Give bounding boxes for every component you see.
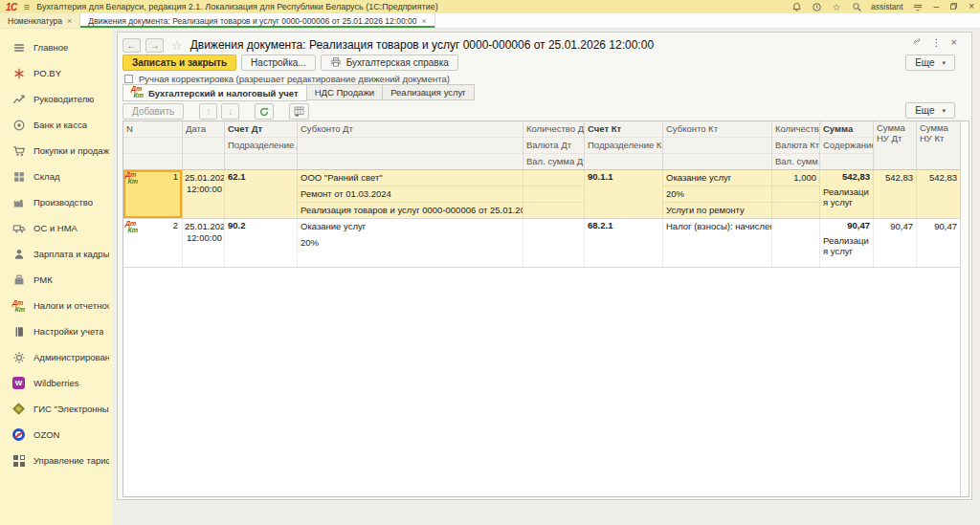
tariff-grid-icon bbox=[11, 453, 26, 468]
move-up-button[interactable]: ↑ bbox=[199, 103, 217, 120]
minimize-icon[interactable]: – bbox=[934, 2, 940, 11]
star-icon[interactable]: ☆ bbox=[831, 1, 842, 12]
service-menu-icon[interactable] bbox=[912, 1, 924, 12]
column-header-n: N bbox=[123, 121, 183, 169]
sidebar-item-11[interactable]: Настройки учета bbox=[0, 318, 113, 344]
cell-qty_dt[interactable] bbox=[523, 170, 585, 218]
cell-subkonto_kt[interactable]: Налог (взносы): начислено / уп... bbox=[663, 219, 772, 267]
cell-n[interactable]: ДтКт2 bbox=[123, 219, 183, 267]
search-icon[interactable] bbox=[851, 1, 862, 12]
cell-summa[interactable]: 542,83Реализация услуг bbox=[820, 170, 874, 218]
column-header-summa: СуммаСодержание bbox=[820, 121, 874, 169]
cell-schet_kt[interactable]: 90.1.1 bbox=[585, 170, 663, 218]
cell-schet_kt[interactable]: 68.2.1 bbox=[585, 219, 663, 267]
cell-schet_dt[interactable]: 62.1 bbox=[225, 170, 298, 218]
app-logo: 1С bbox=[6, 2, 17, 12]
form-tab-2[interactable]: Реализация услуг bbox=[383, 84, 475, 100]
cell-n[interactable]: ДтКт1 bbox=[123, 170, 183, 218]
add-button[interactable]: Добавить bbox=[122, 103, 184, 120]
save-and-close-button[interactable]: Записать и закрыть bbox=[122, 55, 236, 71]
sidebar: ГлавноеPO.BYРуководителюБанк и кассаПоку… bbox=[0, 29, 113, 525]
user-label[interactable]: assistant bbox=[871, 2, 903, 11]
cash-register-icon bbox=[11, 273, 26, 287]
bell-icon[interactable] bbox=[791, 1, 802, 12]
column-header-subkonto_dt: Субконто Дт bbox=[298, 121, 523, 169]
move-down-button[interactable]: ↓ bbox=[221, 103, 239, 120]
cell-qty_dt[interactable] bbox=[523, 219, 585, 267]
cell-nu_dt[interactable]: 542,83 bbox=[874, 170, 917, 218]
link-icon[interactable] bbox=[911, 35, 923, 49]
column-header-schet_kt: Счет КтПодразделение Кт bbox=[585, 121, 663, 169]
window-title: Бухгалтерия для Беларуси, редакция 2.1. … bbox=[36, 2, 437, 11]
tab-close-icon[interactable]: × bbox=[421, 16, 426, 26]
settings-button[interactable]: Настройка... bbox=[241, 55, 316, 71]
sidebar-item-label: Покупки и продажи bbox=[33, 145, 109, 156]
more-table-button[interactable]: Еще bbox=[905, 102, 955, 119]
main-menu-icon[interactable]: ≡ bbox=[24, 2, 30, 11]
vertical-scrollbar[interactable] bbox=[960, 121, 969, 496]
accounting-reference-button[interactable]: Бухгалтерская справка bbox=[321, 55, 458, 71]
sidebar-item-15[interactable]: OZON bbox=[0, 422, 113, 448]
cell-qty_kt[interactable]: 1,000 bbox=[772, 170, 820, 218]
table-row-2[interactable]: ДтКт225.01.202612:00:0090.2Оказание услу… bbox=[123, 219, 969, 268]
favorite-star-icon[interactable]: ☆ bbox=[171, 38, 183, 53]
window-tab-1[interactable]: Движения документа: Реализация товаров и… bbox=[80, 13, 434, 28]
cell-subkonto_kt[interactable]: Оказание услуг20%Услуги по ремонту bbox=[663, 170, 772, 218]
sidebar-item-label: Главное bbox=[33, 42, 68, 53]
cell-nu_dt[interactable]: 90,47 bbox=[874, 219, 917, 267]
cell-nu_kt[interactable]: 542,83 bbox=[917, 170, 961, 218]
cell-nu_kt[interactable]: 90,47 bbox=[917, 219, 961, 267]
sidebar-item-label: Налоги и отчетность bbox=[33, 300, 109, 311]
cell-date[interactable]: 25.01.202612:00:00 bbox=[183, 170, 225, 218]
sidebar-item-label: ГИС "Электронный знак" bbox=[33, 404, 109, 414]
tab-close-icon[interactable]: × bbox=[67, 16, 72, 26]
form-tab-0[interactable]: ДтКтБухгалтерский и налоговый учет bbox=[122, 84, 307, 101]
sidebar-item-16[interactable]: Управление тарифом bbox=[0, 448, 113, 473]
form-header: ← → ☆ Движения документа: Реализация тов… bbox=[122, 36, 654, 54]
dtkt-icon: ДтКт bbox=[125, 221, 138, 234]
cell-subkonto_dt[interactable]: ООО "Ранний свет"Ремонт от 01.03.2024Реа… bbox=[298, 170, 523, 218]
sidebar-item-3[interactable]: Банк и касса bbox=[0, 112, 113, 138]
sidebar-item-label: РМК bbox=[33, 274, 53, 285]
window-tab-0[interactable]: Номенклатура× bbox=[0, 13, 80, 28]
sidebar-item-10[interactable]: ДтКтНалоги и отчетность bbox=[0, 293, 113, 318]
gis-diamond-icon bbox=[11, 402, 26, 416]
sidebar-item-label: OZON bbox=[33, 429, 59, 440]
more-top-button[interactable]: Еще bbox=[905, 55, 955, 71]
back-button[interactable]: ← bbox=[122, 38, 141, 53]
cart-icon bbox=[11, 143, 26, 158]
sidebar-item-1[interactable]: PO.BY bbox=[0, 60, 113, 86]
sidebar-item-13[interactable]: WWildberries bbox=[0, 370, 113, 396]
sidebar-item-14[interactable]: ГИС "Электронный знак" bbox=[0, 396, 113, 422]
forward-button[interactable]: → bbox=[145, 38, 164, 53]
history-icon[interactable] bbox=[811, 1, 822, 12]
sidebar-item-label: Администрирование bbox=[33, 352, 109, 362]
form-tab-1[interactable]: НДС Продажи bbox=[307, 84, 383, 100]
sidebar-item-7[interactable]: ОС и НМА bbox=[0, 215, 113, 241]
cell-subkonto_dt[interactable]: Оказание услуг20% bbox=[298, 219, 523, 267]
output-list-button[interactable] bbox=[289, 103, 309, 120]
sidebar-item-0[interactable]: Главное bbox=[0, 34, 113, 60]
form-tabs: ДтКтБухгалтерский и налоговый учетНДС Пр… bbox=[122, 84, 475, 100]
manual-adjustment-checkbox[interactable] bbox=[124, 75, 133, 83]
close-icon[interactable]: × bbox=[969, 2, 974, 11]
restore-icon[interactable] bbox=[949, 2, 958, 12]
column-header-nu_dt: Сумма НУ Дт bbox=[874, 121, 917, 169]
table-row-1[interactable]: ДтКт125.01.202612:00:0062.1ООО "Ранний с… bbox=[123, 170, 969, 219]
sidebar-item-12[interactable]: Администрирование bbox=[0, 344, 113, 370]
cell-qty_kt[interactable] bbox=[772, 219, 820, 267]
sidebar-item-5[interactable]: Склад bbox=[0, 164, 113, 189]
form-close-icon[interactable]: × bbox=[951, 36, 957, 48]
sidebar-item-4[interactable]: Покупки и продажи bbox=[0, 138, 113, 164]
sidebar-item-8[interactable]: Зарплата и кадры bbox=[0, 241, 113, 267]
cell-summa[interactable]: 90,47Реализация услуг bbox=[820, 219, 874, 267]
warehouse-grid-icon bbox=[11, 169, 26, 184]
cell-date[interactable]: 25.01.202612:00:00 bbox=[183, 219, 225, 267]
refresh-button[interactable] bbox=[255, 103, 274, 120]
sidebar-item-6[interactable]: Производство bbox=[0, 189, 113, 215]
form-more-icon[interactable]: ⋮ bbox=[932, 37, 942, 48]
sidebar-item-9[interactable]: РМК bbox=[0, 267, 113, 293]
sidebar-item-2[interactable]: Руководителю bbox=[0, 86, 113, 112]
cell-schet_dt[interactable]: 90.2 bbox=[225, 219, 298, 267]
main-content: ← → ☆ Движения документа: Реализация тов… bbox=[113, 29, 980, 525]
